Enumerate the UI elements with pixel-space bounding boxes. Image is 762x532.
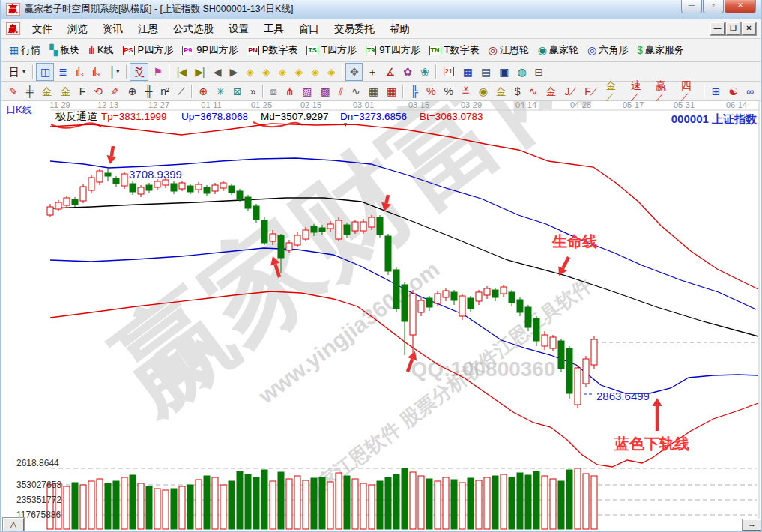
percent-cut-tool-button[interactable]: % [422, 82, 439, 100]
menu-资讯[interactable]: 资讯 [95, 21, 130, 37]
zigzag-tool-button[interactable]: ∿ [347, 82, 364, 100]
angle-f-tool-button[interactable]: F⟋ [580, 82, 601, 100]
close-button[interactable]: ✕ [725, 0, 756, 13]
percent-lines-tool-button[interactable]: ≚ [457, 82, 474, 100]
double-hash-tool-button[interactable]: ╫ [140, 82, 156, 100]
zoom-diamond-left-button[interactable]: ◈ [241, 63, 258, 81]
fan-lines-tool-button[interactable]: ⫽ [334, 82, 347, 100]
angle-win-tool-button[interactable]: 赢⟋ [651, 82, 676, 100]
target-red-tool-button[interactable]: ⊕ [195, 82, 212, 100]
zoom-diamond-h-shrink-button[interactable]: ◈ [291, 63, 307, 81]
angle-j-tool-button[interactable]: J⟋ [560, 82, 580, 100]
maximize-button[interactable]: ▫ [703, 0, 724, 13]
fan-red-tool-button[interactable]: ⋔ [280, 82, 297, 100]
9t-square-button[interactable]: T99T四方形 [361, 41, 425, 59]
menu-工具[interactable]: 工具 [256, 21, 291, 37]
star-circle-tool-button[interactable]: ✳ [211, 82, 229, 100]
zoom-diamond-v-expand-button[interactable]: ◈ [306, 63, 323, 81]
calculator-button[interactable]: ▦ [459, 63, 477, 81]
yinyang-tool-button[interactable]: ☯ [724, 82, 742, 100]
angle-gold-tool-button[interactable]: 金⟋ [602, 82, 626, 100]
kline-button[interactable]: ılıK线 [84, 41, 118, 59]
notes-button[interactable]: ▤ [477, 63, 495, 81]
market-quotes-button[interactable]: ▦行情 [4, 41, 45, 59]
gann-wheel-button[interactable]: ◎江恩轮 [483, 41, 533, 59]
t-square-button[interactable]: TST四方形 [302, 41, 360, 59]
menu-帮助[interactable]: 帮助 [382, 21, 417, 37]
zoom-diamond-right-button[interactable]: ◈ [258, 63, 274, 81]
spiral-tool-button[interactable]: ⟲ [89, 82, 106, 100]
gold-grid2-tool-button[interactable]: 金 [56, 82, 75, 100]
gold-grid-tool-button[interactable]: 金 [37, 82, 56, 100]
menu-江恩[interactable]: 江恩 [130, 21, 166, 37]
kline-chart-canvas[interactable]: 赢家财富网www.yingjia360.com赢家江恩软件 股票分析软件江恩工具… [1, 101, 762, 530]
dense-grid-tool-button[interactable]: ▦ [364, 82, 382, 100]
crosshair-tool-button[interactable]: ＋ [363, 63, 381, 81]
t-digit-table-button[interactable]: TNT数字表 [425, 41, 484, 59]
box-handle-tool-button[interactable]: ⧈ [266, 82, 281, 100]
more-tools-button[interactable]: » [246, 82, 260, 100]
dense-grid-red-tool-button[interactable]: ▦ [382, 82, 400, 100]
mdi-restore-button[interactable]: ❐ [726, 22, 740, 35]
angle-measure-tool-button[interactable]: ∡ [381, 63, 399, 81]
9p-square-button[interactable]: P99P四方形 [178, 41, 242, 59]
candle-style-selector-button[interactable]: ⎥▾ [103, 63, 124, 81]
winner-wheel-button[interactable]: ◉赢家轮 [533, 41, 583, 59]
angle-four-tool-button[interactable]: 四⟋ [676, 82, 701, 100]
sectors-button[interactable]: ▚板块 [45, 41, 84, 59]
f-grid-tool-button[interactable]: F [75, 82, 90, 100]
bars-9-button[interactable]: ıl₉ [88, 63, 104, 81]
grid-purple-tool-button[interactable]: ▩ [315, 82, 333, 100]
color-grid-tool-button[interactable]: ⊞ [707, 82, 725, 100]
hand-tool-button[interactable]: ✥ [345, 63, 363, 81]
angle-li-tool-button[interactable]: 速⟋ [626, 82, 651, 100]
scale-ruler-tool-button[interactable]: ╠ [406, 82, 422, 100]
brush-tool-button[interactable]: ✎ [4, 82, 22, 100]
menu-设置[interactable]: 设置 [221, 21, 256, 37]
flower-tool-button[interactable]: ✿ [399, 63, 416, 81]
period-day-selector-button[interactable]: 日▾ [4, 63, 30, 81]
page-prev-button[interactable]: ◀ [209, 63, 226, 81]
p-square-button[interactable]: PSP四方形 [118, 41, 178, 59]
bars-3-button[interactable]: ıl₃ [71, 63, 88, 81]
print-button[interactable]: ⊟ [530, 63, 548, 81]
quote-list-button[interactable]: ≣ [54, 63, 71, 81]
mdi-minimize-button[interactable]: — [710, 22, 725, 35]
goto-first-button[interactable]: |◀ [172, 63, 190, 81]
menu-文件[interactable]: 文件 [25, 21, 60, 37]
fan-box-purple-tool-button[interactable]: ▨ [297, 82, 315, 100]
gold-lines-red-tool-button[interactable]: 金 [541, 82, 560, 100]
dollar-pen-tool-button[interactable]: $ [510, 82, 524, 100]
web-export-button[interactable]: ◍ [512, 63, 530, 81]
menu-公式选股[interactable]: 公式选股 [166, 21, 221, 37]
zoom-diamond-h-expand-button[interactable]: ◈ [274, 63, 291, 81]
brush-ruler-tool-button[interactable]: ✐ [106, 82, 124, 100]
wave-lines-tool-button[interactable]: ∿ [524, 82, 542, 100]
infinity-tool-button[interactable]: ∞ [742, 82, 758, 100]
calendar-button[interactable]: 21 [439, 63, 459, 81]
percent-tool-button[interactable]: % [439, 82, 456, 100]
menu-浏览[interactable]: 浏览 [60, 21, 95, 37]
dial-tool-button[interactable]: ⊕ [124, 82, 141, 100]
winner-service-button[interactable]: $赢家服务 [632, 41, 689, 59]
scroll-right-button[interactable]: → [743, 519, 761, 531]
gold-lines-tool-button[interactable]: 金 [492, 82, 510, 100]
menu-窗口[interactable]: 窗口 [291, 21, 327, 37]
p-digit-table-button[interactable]: PNP数字表 [242, 41, 302, 59]
pattern-tool-button[interactable]: 爻 [130, 63, 148, 81]
flag-tool-button[interactable]: ⚑ [148, 63, 166, 81]
gold-circle-tool-button[interactable]: ◉ [474, 82, 492, 100]
mdi-close-button[interactable]: ✕ [742, 22, 756, 35]
n-square-tool-button[interactable]: n² [156, 82, 172, 100]
minimize-button[interactable]: — [681, 0, 702, 13]
menu-交易委托[interactable]: 交易委托 [327, 21, 382, 37]
save-button[interactable]: ▣ [495, 63, 512, 81]
pencil-angle-tool-button[interactable]: ⟋ [173, 82, 189, 100]
hexagon-button[interactable]: ◎六角形 [583, 41, 632, 59]
hash-grid-tool-button[interactable]: ╪ [22, 82, 37, 100]
page-next-button[interactable]: ▶ [225, 63, 241, 81]
chart-window-button[interactable]: ◫ [36, 63, 54, 81]
volume-pane-toggle-button[interactable]: △ [3, 518, 24, 531]
clover-tool-button[interactable]: ❀ [416, 63, 433, 81]
zoom-diamond-all-button[interactable]: ◈ [323, 63, 339, 81]
